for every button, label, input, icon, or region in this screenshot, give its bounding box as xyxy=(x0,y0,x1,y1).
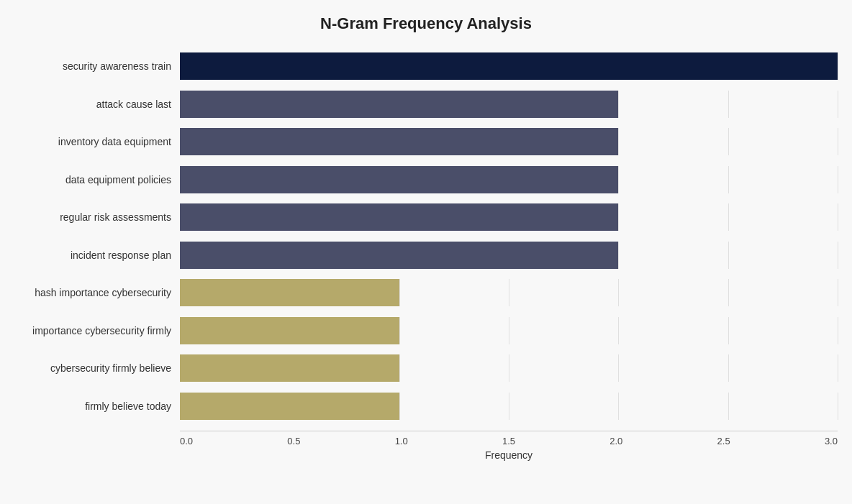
bar-fill xyxy=(180,203,618,231)
bar-track xyxy=(180,393,838,420)
bar-track xyxy=(180,91,838,118)
bar-row: hash importance cybersecurity xyxy=(7,274,838,312)
bar-fill xyxy=(180,317,399,344)
bar-row: data equipment policies xyxy=(7,161,838,199)
bar-track xyxy=(180,52,838,80)
bar-label: cybersecurity firmly believe xyxy=(7,362,180,374)
x-tick-label: 1.5 xyxy=(502,436,515,446)
bar-label: regular risk assessments xyxy=(7,211,180,223)
bar-track xyxy=(180,242,838,269)
bar-track xyxy=(180,128,838,155)
x-tick-label: 2.5 xyxy=(717,436,730,446)
bar-label: importance cybersecurity firmly xyxy=(7,325,180,336)
bar-label: attack cause last xyxy=(7,98,180,110)
x-tick-label: 0.5 xyxy=(287,436,300,446)
chart-area: security awareness trainattack cause las… xyxy=(0,47,852,461)
bar-fill xyxy=(180,242,618,269)
bar-label: security awareness train xyxy=(7,60,180,72)
bar-fill xyxy=(180,91,618,118)
bar-row: firmly believe today xyxy=(7,388,838,426)
x-axis-title: Frequency xyxy=(180,449,838,461)
bar-track xyxy=(180,317,838,344)
bar-track xyxy=(180,354,838,382)
bar-track xyxy=(180,203,838,231)
bar-fill xyxy=(180,52,838,80)
bar-fill xyxy=(180,393,399,420)
bar-label: incident response plan xyxy=(7,249,180,261)
bar-row: cybersecurity firmly believe xyxy=(7,349,838,388)
x-tick-label: 0.0 xyxy=(180,436,193,446)
bar-track xyxy=(180,279,838,306)
x-axis-labels: 0.00.51.01.52.02.53.0 xyxy=(180,431,838,446)
bar-fill xyxy=(180,279,399,306)
bar-fill xyxy=(180,128,618,155)
bar-row: security awareness train xyxy=(7,47,838,86)
bar-fill xyxy=(180,354,399,382)
bar-row: incident response plan xyxy=(7,237,838,275)
x-tick-label: 1.0 xyxy=(395,436,408,446)
bar-label: inventory data equipment xyxy=(7,136,180,147)
bar-label: hash importance cybersecurity xyxy=(7,287,180,298)
bar-label: data equipment policies xyxy=(7,174,180,185)
bar-track xyxy=(180,166,838,193)
bars-section: security awareness trainattack cause las… xyxy=(0,47,852,425)
bar-row: regular risk assessments xyxy=(7,198,838,237)
x-tick-label: 3.0 xyxy=(825,436,838,446)
chart-title: N-Gram Frequency Analysis xyxy=(320,14,532,33)
bar-row: attack cause last xyxy=(7,86,838,124)
bar-row: importance cybersecurity firmly xyxy=(7,312,838,350)
bar-row: inventory data equipment xyxy=(7,123,838,161)
x-axis: 0.00.51.01.52.02.53.0 Frequency xyxy=(0,431,852,461)
bar-fill xyxy=(180,166,618,193)
bar-label: firmly believe today xyxy=(7,400,180,412)
x-tick-label: 2.0 xyxy=(609,436,622,446)
chart-container: N-Gram Frequency Analysis security aware… xyxy=(0,0,852,504)
